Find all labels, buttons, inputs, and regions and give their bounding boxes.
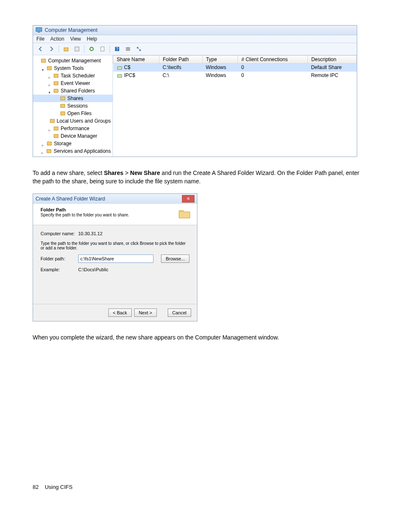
expand-icon[interactable] bbox=[47, 119, 48, 123]
expand-icon[interactable] bbox=[35, 59, 39, 63]
tree-item-label: Sessions bbox=[67, 102, 88, 110]
tree-item[interactable]: Shares bbox=[33, 95, 113, 102]
tree-item-label: Device Manager bbox=[61, 132, 97, 140]
list-icon[interactable] bbox=[123, 44, 133, 54]
expand-icon[interactable]: ▹ bbox=[47, 81, 51, 85]
cm-titlebar: Computer Management bbox=[33, 26, 357, 35]
svg-rect-1 bbox=[38, 32, 40, 33]
help-icon[interactable]: ? bbox=[112, 44, 122, 54]
device-icon bbox=[53, 133, 59, 139]
menu-action[interactable]: Action bbox=[50, 36, 64, 42]
computer-icon bbox=[36, 27, 42, 33]
forward-icon[interactable] bbox=[46, 44, 56, 54]
wizard-header-title: Folder Path bbox=[41, 207, 66, 212]
back-icon[interactable] bbox=[36, 44, 46, 54]
column-header[interactable]: Description bbox=[308, 56, 357, 64]
svg-rect-19 bbox=[61, 104, 65, 108]
column-header[interactable]: Type bbox=[202, 56, 238, 64]
tree-item-label: Storage bbox=[54, 140, 72, 147]
computer-name-value: 10.30.31.12 bbox=[78, 231, 102, 236]
cancel-button[interactable]: Cancel bbox=[168, 308, 191, 317]
share-item-icon bbox=[60, 111, 66, 116]
expand-icon[interactable] bbox=[54, 111, 58, 116]
tree-item[interactable]: ▾System Tools bbox=[33, 64, 113, 72]
svg-rect-8 bbox=[126, 47, 130, 48]
refresh-icon[interactable] bbox=[87, 44, 97, 54]
svg-rect-2 bbox=[64, 48, 68, 51]
svg-rect-10 bbox=[126, 50, 130, 51]
tree-item[interactable]: ▹Event Viewer bbox=[33, 80, 113, 87]
event-icon bbox=[53, 80, 59, 86]
share-item-icon bbox=[117, 65, 123, 71]
properties-icon[interactable] bbox=[72, 44, 82, 54]
toolbar-separator bbox=[110, 45, 110, 53]
svg-rect-5 bbox=[101, 47, 104, 51]
column-header[interactable]: Folder Path bbox=[159, 56, 202, 64]
column-header[interactable]: Share Name bbox=[113, 56, 159, 64]
folder-icon bbox=[178, 207, 191, 221]
table-cell: Remote IPC bbox=[308, 72, 357, 80]
wizard-title: Create A Shared Folder Wizard bbox=[36, 196, 105, 202]
svg-rect-14 bbox=[47, 67, 51, 70]
menu-view[interactable]: View bbox=[70, 36, 81, 42]
table-cell: C:\ bbox=[159, 72, 202, 80]
cm-list[interactable]: Share NameFolder PathType# Client Connec… bbox=[113, 55, 357, 157]
share-item-icon bbox=[117, 73, 123, 79]
svg-rect-24 bbox=[47, 142, 51, 145]
back-button[interactable]: < Back bbox=[108, 308, 132, 317]
folder-path-label: Folder path: bbox=[41, 256, 78, 261]
cm-tree[interactable]: Computer Management▾System Tools▹Task Sc… bbox=[33, 55, 113, 157]
expand-icon[interactable]: ▾ bbox=[41, 66, 45, 70]
tree-item[interactable]: ▹Storage bbox=[33, 140, 113, 147]
column-header[interactable]: # Client Connections bbox=[238, 56, 308, 64]
tree-item-label: System Tools bbox=[54, 64, 84, 72]
tree-item[interactable]: Device Manager bbox=[33, 132, 113, 140]
tree-item-label: Shared Folders bbox=[61, 87, 95, 95]
expand-icon[interactable]: ▹ bbox=[47, 74, 51, 78]
example-label: Example: bbox=[41, 267, 78, 272]
folder-path-input[interactable] bbox=[78, 254, 153, 263]
tree-item[interactable]: ▹Task Scheduler bbox=[33, 72, 113, 80]
wizard-instruction: Type the path to the folder you want to … bbox=[41, 241, 189, 250]
expand-icon[interactable]: ▾ bbox=[47, 89, 51, 93]
svg-rect-0 bbox=[36, 28, 42, 31]
tree-item-label: Shares bbox=[67, 95, 83, 102]
expand-icon[interactable]: ▹ bbox=[41, 141, 45, 146]
tree-item[interactable]: Open Files bbox=[33, 110, 113, 117]
instruction-paragraph-1: To add a new share, select Shares > New … bbox=[33, 169, 366, 186]
tree-item[interactable]: ▹Performance bbox=[33, 125, 113, 132]
computer-name-label: Computer name: bbox=[41, 231, 78, 236]
svg-rect-21 bbox=[50, 119, 54, 123]
tree-item[interactable]: Sessions bbox=[33, 102, 113, 110]
table-row[interactable]: C$C:\lwcifsWindows0Default Share bbox=[113, 64, 357, 72]
menu-help[interactable]: Help bbox=[87, 36, 97, 42]
expand-icon[interactable] bbox=[54, 104, 58, 108]
expand-icon[interactable]: ▹ bbox=[41, 149, 44, 153]
export-icon[interactable] bbox=[97, 44, 107, 54]
share-icon[interactable] bbox=[134, 44, 144, 54]
page-section: Using CIFS bbox=[45, 484, 72, 490]
share-item-icon bbox=[60, 103, 66, 109]
svg-rect-23 bbox=[54, 134, 58, 138]
tree-item[interactable]: Computer Management bbox=[33, 57, 113, 64]
tree-item[interactable]: ▾Shared Folders bbox=[33, 87, 113, 95]
expand-icon[interactable] bbox=[47, 134, 51, 138]
tree-item[interactable]: ▹Services and Applications bbox=[33, 147, 113, 155]
menu-file[interactable]: File bbox=[36, 36, 44, 42]
expand-icon[interactable] bbox=[54, 96, 58, 100]
browse-button[interactable]: Browse... bbox=[161, 254, 189, 263]
toolbar-separator bbox=[59, 45, 59, 53]
up-icon[interactable] bbox=[61, 44, 71, 54]
users-icon bbox=[49, 118, 55, 124]
page-number: 82 bbox=[33, 484, 38, 490]
tree-item-label: Open Files bbox=[67, 110, 92, 117]
expand-icon[interactable]: ▹ bbox=[47, 126, 51, 131]
svg-rect-18 bbox=[61, 97, 65, 100]
next-button[interactable]: Next > bbox=[134, 308, 157, 317]
table-row[interactable]: IPC$C:\Windows0Remote IPC bbox=[113, 72, 357, 80]
tree-item[interactable]: Local Users and Groups bbox=[33, 117, 113, 125]
close-icon[interactable]: ✕ bbox=[182, 195, 194, 203]
computer-management-window: Computer Management File Action View Hel… bbox=[33, 25, 357, 157]
computer-icon bbox=[41, 58, 46, 64]
svg-rect-17 bbox=[54, 89, 58, 93]
